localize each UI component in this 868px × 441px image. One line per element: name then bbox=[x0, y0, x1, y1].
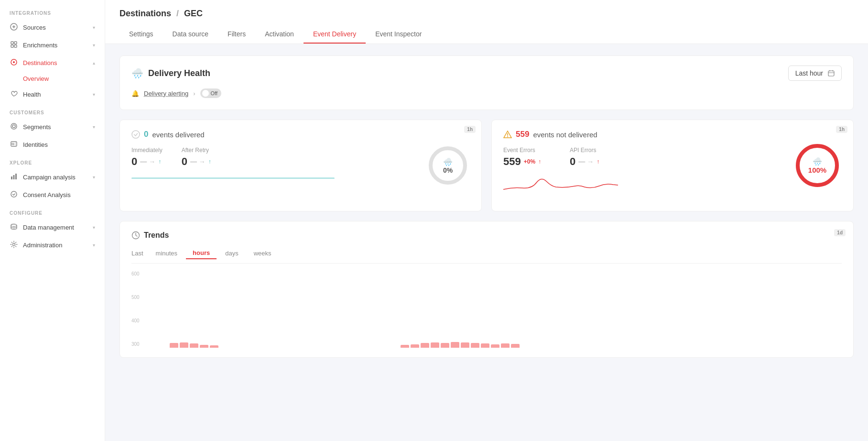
not-delivered-percent-label: 100% bbox=[808, 166, 826, 174]
event-errors-value-row: 559 +0% ↑ bbox=[503, 155, 541, 168]
sidebar-item-administration[interactable]: Administration ▾ bbox=[0, 236, 105, 254]
bar-27 bbox=[441, 343, 449, 348]
svg-rect-17 bbox=[828, 71, 834, 76]
sidebar-item-sources[interactable]: Sources ▾ bbox=[0, 19, 105, 36]
time-selector[interactable]: Last hour bbox=[788, 66, 842, 81]
tab-settings[interactable]: Settings bbox=[119, 25, 163, 44]
bell-icon: 🔔 bbox=[131, 90, 139, 97]
alerting-label: Delivery alerting bbox=[144, 90, 188, 97]
health-icon bbox=[10, 90, 18, 99]
bar-24 bbox=[411, 344, 419, 348]
sources-chevron: ▾ bbox=[93, 25, 95, 30]
y-axis: 600 500 400 300 bbox=[131, 271, 140, 348]
svg-rect-11 bbox=[11, 176, 12, 179]
tab-event-inspector[interactable]: Event Inspector bbox=[366, 25, 431, 44]
sidebar: INTEGRATIONS Sources ▾ Enrichments ▾ Des… bbox=[0, 0, 105, 441]
sidebar-item-identities[interactable]: Identities bbox=[0, 136, 105, 154]
destinations-chevron: ▴ bbox=[93, 60, 95, 66]
after-retry-sub: After Retry 0 — → ↑ bbox=[182, 147, 211, 168]
not-delivered-percent-circle: 🌧️ 100% bbox=[796, 144, 839, 187]
svg-point-16 bbox=[13, 243, 15, 246]
api-errors-sub: API Errors 0 — → ↑ bbox=[570, 147, 599, 168]
delivery-health-icon: 🌧️ bbox=[131, 67, 143, 79]
breadcrumb-current: GEC bbox=[184, 9, 203, 18]
identities-icon bbox=[10, 140, 18, 149]
immediately-up: ↑ bbox=[158, 158, 161, 165]
bar-3 bbox=[200, 345, 208, 348]
sidebar-item-consent-analysis[interactable]: Consent Analysis bbox=[0, 186, 105, 204]
sidebar-item-health[interactable]: Health ▾ bbox=[0, 86, 105, 103]
segments-label: Segments bbox=[23, 123, 51, 131]
bar-0 bbox=[170, 343, 178, 348]
bar-29 bbox=[461, 342, 469, 348]
not-delivered-cloud-icon: 🌧️ bbox=[808, 157, 826, 166]
breadcrumb-parent: Destinations bbox=[119, 9, 171, 18]
segments-chevron: ▾ bbox=[93, 124, 95, 130]
y-400: 400 bbox=[131, 318, 140, 323]
tab-event-delivery[interactable]: Event Delivery bbox=[304, 25, 366, 44]
sidebar-item-campaign-analysis[interactable]: Campaign analysis ▾ bbox=[0, 168, 105, 186]
delivery-health-card: 🌧️ Delivery Health Last hour 🔔 Delivery … bbox=[119, 55, 854, 110]
bar-32 bbox=[491, 344, 499, 348]
data-management-chevron: ▾ bbox=[93, 225, 95, 230]
destinations-icon bbox=[10, 58, 18, 67]
bar-2 bbox=[190, 343, 198, 348]
configure-section-label: CONFIGURE bbox=[0, 204, 105, 219]
tab-weeks[interactable]: weeks bbox=[247, 248, 278, 259]
event-errors-value: 559 bbox=[503, 155, 521, 168]
tab-activation[interactable]: Activation bbox=[255, 25, 304, 44]
events-delivered-card: 1h 0 events delivered Immediately 0 — → … bbox=[119, 120, 482, 211]
sidebar-item-segments[interactable]: Segments ▾ bbox=[0, 118, 105, 136]
event-errors-up: ↑ bbox=[538, 158, 541, 165]
immediately-sub: Immediately 0 — → ↑ bbox=[131, 147, 163, 168]
api-errors-label: API Errors bbox=[570, 147, 599, 154]
delivery-health-header: 🌧️ Delivery Health Last hour bbox=[131, 66, 842, 81]
api-errors-value: 0 bbox=[570, 155, 575, 168]
bar-4 bbox=[210, 345, 218, 348]
trends-section: Trends 1d Last minutes hours days weeks … bbox=[119, 221, 854, 358]
after-retry-value-row: 0 — → ↑ bbox=[182, 155, 211, 168]
sidebar-item-data-management[interactable]: Data management ▾ bbox=[0, 219, 105, 236]
breadcrumb: Destinations / GEC bbox=[119, 9, 854, 19]
api-errors-value-row: 0 — → ↑ bbox=[570, 155, 599, 168]
sidebar-sub-item-overview[interactable]: Overview bbox=[0, 72, 105, 86]
metrics-row: 1h 0 events delivered Immediately 0 — → … bbox=[119, 120, 854, 211]
page-header: Destinations / GEC Settings Data source … bbox=[105, 0, 868, 44]
campaign-chevron: ▾ bbox=[93, 175, 95, 180]
enrichments-label: Enrichments bbox=[23, 42, 57, 49]
event-errors-label: Event Errors bbox=[503, 147, 541, 154]
warning-triangle-icon bbox=[503, 130, 512, 139]
bar-1 bbox=[180, 342, 188, 348]
bar-28 bbox=[451, 342, 459, 348]
sources-icon bbox=[10, 23, 18, 32]
svg-rect-3 bbox=[11, 45, 13, 47]
explore-section-label: XPLORE bbox=[0, 154, 105, 168]
errors-sub-row: Event Errors 559 +0% ↑ API Errors 0 — → … bbox=[503, 147, 842, 168]
tab-hours[interactable]: hours bbox=[186, 247, 217, 259]
after-retry-value: 0 bbox=[182, 155, 187, 168]
administration-label: Administration bbox=[23, 242, 62, 249]
tab-days[interactable]: days bbox=[218, 248, 245, 259]
svg-rect-4 bbox=[14, 45, 17, 47]
svg-point-7 bbox=[11, 123, 17, 129]
enrichments-chevron: ▾ bbox=[93, 43, 95, 48]
not-delivered-count: 559 bbox=[516, 130, 529, 139]
bar-chart-container: 600 500 400 300 bbox=[131, 271, 842, 348]
after-retry-up: ↑ bbox=[208, 158, 211, 165]
time-tabs: Last minutes hours days weeks bbox=[131, 247, 842, 264]
campaign-analysis-label: Campaign analysis bbox=[23, 174, 76, 181]
health-chevron: ▾ bbox=[93, 92, 95, 97]
calendar-icon bbox=[828, 70, 835, 77]
delivered-title-suffix: events delivered bbox=[152, 131, 204, 139]
tab-data-source[interactable]: Data source bbox=[163, 25, 218, 44]
sidebar-item-destinations[interactable]: Destinations ▴ bbox=[0, 54, 105, 72]
svg-point-8 bbox=[12, 125, 15, 128]
immediately-value-row: 0 — → ↑ bbox=[131, 155, 163, 168]
tab-filters[interactable]: Filters bbox=[218, 25, 255, 44]
tab-minutes[interactable]: minutes bbox=[149, 248, 184, 259]
toggle-alerting[interactable]: Off bbox=[200, 88, 221, 98]
data-management-icon bbox=[10, 223, 18, 232]
sidebar-item-enrichments[interactable]: Enrichments ▾ bbox=[0, 36, 105, 54]
not-delivered-sparkline-svg bbox=[503, 173, 618, 197]
delivered-donut: 🌧️ 0% bbox=[429, 146, 467, 185]
